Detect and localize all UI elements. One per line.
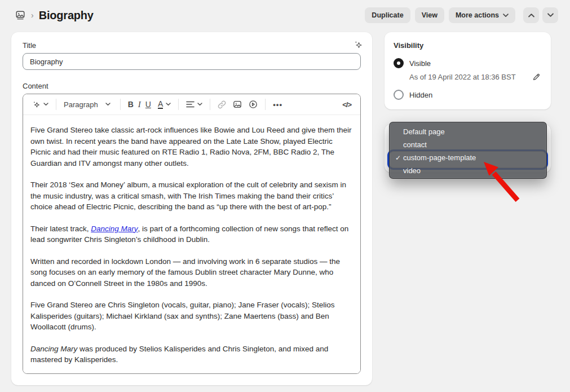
dropdown-item-custom-page-template[interactable]: ✓custom-page-template: [390, 151, 546, 164]
code-view-button[interactable]: </>: [339, 98, 355, 111]
dropdown-item-contact[interactable]: contact: [390, 138, 546, 151]
more-options-button[interactable]: •••: [269, 98, 286, 111]
page-title: Biography: [39, 9, 94, 22]
editor-paragraph: Written and recorded in lockdown London …: [30, 256, 353, 289]
content-label: Content: [23, 82, 361, 90]
bold-button[interactable]: B: [125, 98, 137, 111]
link-button: [214, 98, 229, 111]
toolbar-divider: [56, 99, 56, 110]
content-link[interactable]: Dancing Mary: [91, 224, 138, 233]
editor-content[interactable]: Five Grand Stereo take classic art-rock …: [23, 115, 360, 373]
magic-sparkle-icon[interactable]: [354, 40, 363, 50]
chevron-down-icon: [503, 14, 509, 17]
dropdown-item-label: custom-page-template: [403, 153, 476, 162]
visibility-heading: Visibility: [394, 41, 542, 50]
editor-paragraph: Their latest track, Dancing Mary, is par…: [30, 223, 353, 245]
editor-paragraph: Dancing Mary was produced by Stelios Kal…: [30, 343, 353, 365]
visible-radio[interactable]: [394, 58, 404, 68]
pencil-icon: [532, 73, 541, 81]
underline-button[interactable]: U: [142, 98, 154, 111]
toolbar-divider: [178, 99, 179, 110]
duplicate-button[interactable]: Duplicate: [365, 7, 410, 23]
breadcrumb: › Biography: [15, 9, 94, 22]
dropdown-item-label: contact: [403, 140, 427, 149]
visible-radio-row[interactable]: Visible: [394, 58, 542, 69]
view-button[interactable]: View: [415, 7, 444, 23]
ai-sparkle-button[interactable]: [29, 98, 52, 111]
header-actions: Duplicate View More actions: [365, 7, 558, 23]
image-icon: [233, 100, 242, 109]
hidden-radio-row[interactable]: Hidden: [394, 89, 542, 100]
alignment-button[interactable]: [183, 99, 206, 110]
paragraph-style-button[interactable]: Paragraph: [60, 98, 116, 111]
title-label: Title: [23, 41, 361, 50]
editor-paragraph: Five Grand Stereo are Chris Singleton (v…: [30, 299, 353, 333]
italic-text: Dancing Mary: [30, 345, 77, 353]
pages-icon[interactable]: [15, 10, 26, 21]
link-icon: [218, 100, 226, 109]
text-color-button[interactable]: A: [154, 98, 174, 111]
rich-text-editor: Paragraph B I U A: [23, 94, 361, 374]
chevron-down-icon: [197, 103, 202, 106]
toolbar-divider: [210, 99, 210, 110]
more-actions-label: More actions: [456, 11, 499, 19]
play-circle-icon: [249, 100, 258, 109]
hidden-radio[interactable]: [394, 90, 404, 100]
toolbar-divider: [120, 99, 121, 110]
title-input[interactable]: [23, 53, 361, 70]
paragraph-text: Their 2018 ‘Sex and Money’ album, a musi…: [30, 180, 346, 211]
align-left-icon: [186, 101, 195, 108]
paragraph-text: Five Grand Stereo are Chris Singleton (v…: [30, 301, 335, 331]
more-actions-button[interactable]: More actions: [449, 7, 515, 23]
chevron-down-icon: [547, 13, 554, 17]
insert-video-button[interactable]: [245, 98, 261, 111]
page-editor-card: Title Content Paragraph: [11, 32, 372, 385]
text-color-label: A: [158, 100, 163, 109]
next-page-button[interactable]: [542, 7, 558, 23]
italic-button[interactable]: I: [137, 100, 142, 109]
paragraph-text: Their latest track,: [30, 224, 91, 233]
insert-image-button[interactable]: [229, 98, 245, 111]
paragraph-text: Written and recorded in lockdown London …: [30, 257, 340, 288]
dropdown-item-default-page[interactable]: Default page: [390, 125, 546, 138]
sidebar: Visibility Visible As of 19 April 2022 a…: [385, 32, 551, 173]
visible-label: Visible: [409, 59, 431, 68]
checkmark-icon: ✓: [395, 154, 403, 162]
dropdown-item-label: Default page: [403, 127, 445, 136]
editor-paragraph: Five Grand Stereo take classic art-rock …: [30, 125, 353, 169]
chevron-up-icon: [528, 13, 534, 17]
visibility-date-note: As of 19 April 2022 at 18:36 BST: [409, 73, 516, 81]
page-header: › Biography Duplicate View More actions: [0, 0, 570, 30]
chevron-down-icon: [166, 103, 171, 106]
breadcrumb-chevron-icon: ›: [31, 11, 34, 19]
template-dropdown-menu: Default pagecontact✓custom-page-template…: [389, 122, 547, 179]
paragraph-text: Five Grand Stereo take classic art-rock …: [30, 126, 352, 168]
toolbar-divider: [265, 99, 266, 110]
editor-paragraph: Their 2018 ‘Sex and Money’ album, a musi…: [30, 179, 353, 213]
previous-page-button[interactable]: [523, 7, 539, 23]
sparkle-icon: [32, 100, 41, 109]
paragraph-style-label: Paragraph: [64, 100, 98, 109]
visibility-card: Visibility Visible As of 19 April 2022 a…: [385, 32, 551, 109]
chevron-down-icon: [43, 103, 48, 106]
editor-toolbar: Paragraph B I U A: [23, 94, 360, 115]
dropdown-item-label: video: [403, 166, 421, 175]
chevron-down-icon: [105, 103, 111, 106]
edit-visibility-date-button[interactable]: [531, 72, 542, 82]
hidden-label: Hidden: [409, 91, 432, 99]
dropdown-item-video[interactable]: video: [390, 164, 546, 177]
